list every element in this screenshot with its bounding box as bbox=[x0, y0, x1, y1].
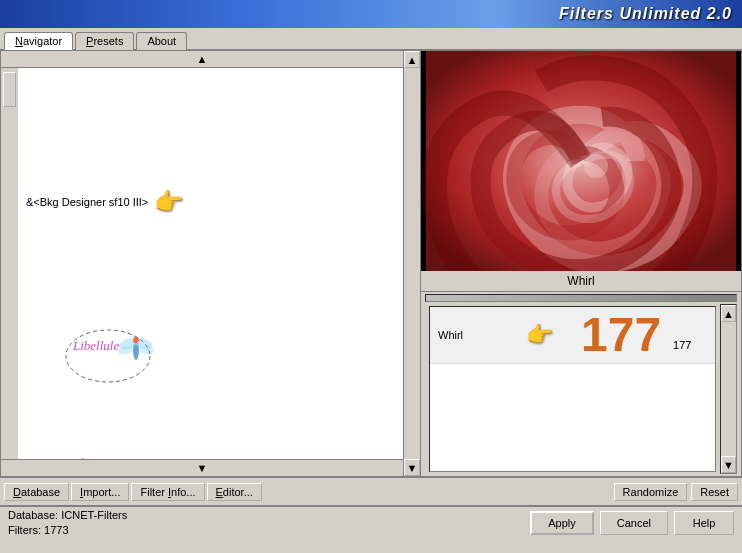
vscroll-up-icon: ▲ bbox=[407, 54, 418, 66]
filter-name-label: Whirl bbox=[567, 274, 594, 288]
tab-navigator[interactable]: Navigator bbox=[4, 32, 73, 50]
editor-btn[interactable]: Editor... bbox=[207, 483, 262, 501]
tab-bar: Navigator Presets About bbox=[0, 28, 742, 50]
slider-area bbox=[421, 292, 741, 304]
params-area: Whirl 👉 177 177 bbox=[429, 306, 716, 472]
scroll-bottom[interactable]: ▼ bbox=[1, 459, 403, 476]
param-whirl-value-large: 177 bbox=[581, 311, 661, 359]
category-label: &<Bkg Designer sf10 III> bbox=[26, 196, 148, 208]
vscroll-down-btn[interactable]: ▼ bbox=[404, 459, 420, 476]
apply-btn[interactable]: Apply bbox=[530, 511, 594, 535]
param-slider[interactable] bbox=[425, 294, 737, 302]
filter-info-label: Filter Info... bbox=[140, 486, 195, 498]
status-buttons: Apply Cancel Help bbox=[530, 511, 734, 535]
whirl-preview bbox=[421, 51, 741, 271]
param-hand-icon: 👉 bbox=[526, 322, 553, 348]
filters-status-value: 1773 bbox=[44, 524, 68, 536]
tab-navigator-label: Navigator bbox=[15, 35, 62, 47]
list-main[interactable]: &<Bkg Designer sf10 III> 👉 Libellule bbox=[18, 68, 403, 459]
cancel-label: Cancel bbox=[617, 517, 651, 529]
left-scrollbar bbox=[1, 68, 18, 459]
reset-label: Reset bbox=[700, 486, 729, 498]
svg-point-8 bbox=[584, 154, 608, 178]
toolbar-right: Randomize Reset bbox=[614, 483, 738, 501]
preview-area bbox=[421, 51, 741, 271]
left-panel: ▲ &<Bkg Designer sf10 III> 👉 bbox=[1, 51, 421, 476]
status-info: Database: ICNET-Filters Filters: 1773 bbox=[8, 508, 127, 539]
vscroll-down-icon: ▼ bbox=[407, 462, 418, 474]
scroll-up-icon: ▲ bbox=[197, 53, 208, 65]
tab-presets-label: Presets bbox=[86, 35, 123, 47]
database-status: Database: ICNET-Filters bbox=[8, 508, 127, 523]
category-hand-icon: 👉 bbox=[154, 188, 184, 216]
cancel-btn[interactable]: Cancel bbox=[600, 511, 668, 535]
reset-btn[interactable]: Reset bbox=[691, 483, 738, 501]
toolbar: Database Import... Filter Info... Editor… bbox=[0, 477, 742, 505]
filter-name-bar: Whirl bbox=[421, 271, 741, 292]
tab-presets[interactable]: Presets bbox=[75, 32, 134, 50]
scroll-top[interactable]: ▲ bbox=[1, 51, 403, 68]
main-content: ▲ &<Bkg Designer sf10 III> 👉 bbox=[0, 50, 742, 477]
list-body: &<Bkg Designer sf10 III> 👉 Libellule bbox=[1, 68, 403, 459]
category-item[interactable]: &<Bkg Designer sf10 III> 👉 bbox=[26, 188, 184, 216]
scroll-down-icon: ▼ bbox=[197, 462, 208, 474]
help-label: Help bbox=[693, 517, 716, 529]
vscroll-up-btn[interactable]: ▲ bbox=[404, 51, 420, 68]
whirl-hand-icon: 👉 bbox=[69, 456, 99, 459]
apply-label: Apply bbox=[548, 517, 576, 529]
libellule-circle bbox=[63, 326, 153, 386]
scrollbar-thumb-left[interactable] bbox=[3, 72, 16, 107]
tab-about[interactable]: About bbox=[136, 32, 187, 50]
help-btn[interactable]: Help bbox=[674, 511, 734, 535]
tab-about-label: About bbox=[147, 35, 176, 47]
import-btn[interactable]: Import... bbox=[71, 483, 129, 501]
libellule-area: Libellule bbox=[73, 338, 119, 354]
title-bar: Filters Unlimited 2.0 bbox=[0, 0, 742, 28]
editor-label: Editor... bbox=[216, 486, 253, 498]
app-title: Filters Unlimited 2.0 bbox=[559, 5, 732, 23]
database-btn[interactable]: Database bbox=[4, 483, 69, 501]
param-whirl-label: Whirl bbox=[438, 329, 518, 341]
params-vscroll[interactable]: ▲ ▼ bbox=[720, 304, 737, 474]
database-label: Database bbox=[13, 486, 60, 498]
param-whirl-row: Whirl 👉 177 177 bbox=[430, 307, 715, 364]
libellule-logo: Libellule bbox=[73, 338, 119, 354]
database-status-value: ICNET-Filters bbox=[61, 509, 127, 521]
left-panel-vscroll[interactable]: ▲ ▼ bbox=[403, 51, 420, 476]
filters-status: Filters: 1773 bbox=[8, 523, 127, 538]
status-bar: Database: ICNET-Filters Filters: 1773 Ap… bbox=[0, 505, 742, 539]
randomize-label: Randomize bbox=[623, 486, 679, 498]
import-label: Import... bbox=[80, 486, 120, 498]
params-scroll-down[interactable]: ▼ bbox=[721, 456, 736, 473]
params-scroll-up-icon: ▲ bbox=[723, 308, 734, 320]
database-status-label: Database: bbox=[8, 509, 58, 521]
filter-info-btn[interactable]: Filter Info... bbox=[131, 483, 204, 501]
whirl-list-item[interactable]: Whirl 👉 bbox=[38, 456, 99, 459]
params-scroll-up[interactable]: ▲ bbox=[721, 305, 736, 322]
param-whirl-value-small: 177 bbox=[673, 339, 691, 351]
right-panel: Whirl Whirl 👉 177 177 ▲ bbox=[421, 51, 741, 476]
params-row: Whirl 👉 177 177 ▲ ▼ bbox=[425, 304, 737, 474]
params-scroll-down-icon: ▼ bbox=[723, 459, 734, 471]
randomize-btn[interactable]: Randomize bbox=[614, 483, 688, 501]
svg-point-6 bbox=[66, 330, 150, 382]
list-area: ▲ &<Bkg Designer sf10 III> 👉 bbox=[1, 51, 420, 476]
filters-status-label: Filters: bbox=[8, 524, 41, 536]
